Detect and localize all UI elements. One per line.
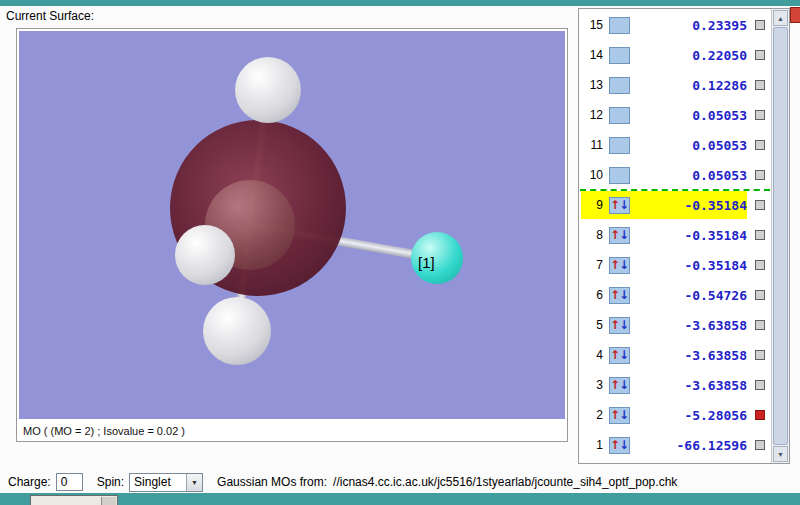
down-arrow-icon: ↓ xyxy=(619,289,629,301)
mo-energy-value: 0.22050 xyxy=(630,48,755,63)
mo-row-number: 10 xyxy=(584,168,603,182)
mo-row-number: 2 xyxy=(584,408,603,422)
virtual-orbital-icon[interactable] xyxy=(609,137,630,154)
mo-row-2[interactable]: 2↑↓-5.28056 xyxy=(580,400,770,430)
mo-select-checkbox[interactable] xyxy=(755,200,765,210)
mo-row-number: 4 xyxy=(584,348,603,362)
down-arrow-icon: ↓ xyxy=(619,349,629,361)
mo-list-panel: 150.23395140.22050130.12286120.05053110.… xyxy=(578,8,790,464)
occupied-orbital-icon[interactable]: ↑↓ xyxy=(609,317,630,334)
occupied-orbital-icon[interactable]: ↑↓ xyxy=(609,407,630,424)
virtual-orbital-icon[interactable] xyxy=(609,77,630,94)
mo-row-7[interactable]: 7↑↓-0.35184 xyxy=(580,250,770,280)
mo-list: 150.23395140.22050130.12286120.05053110.… xyxy=(580,10,770,462)
mo-row-number: 15 xyxy=(584,18,603,32)
arrow-up-icon: ▲ xyxy=(777,15,784,22)
mo-select-checkbox[interactable] xyxy=(755,320,765,330)
mo-row-number: 14 xyxy=(584,48,603,62)
spin-label: Spin: xyxy=(97,475,124,489)
occupied-orbital-icon[interactable]: ↑↓ xyxy=(609,347,630,364)
charge-input[interactable] xyxy=(56,473,83,491)
mo-select-checkbox[interactable] xyxy=(755,440,765,450)
mo-energy-value: 0.12286 xyxy=(630,78,755,93)
mo-row-15[interactable]: 150.23395 xyxy=(580,10,770,40)
desktop-background: Current Surface: [1] MO ( (MO = 2) ; Iso… xyxy=(0,0,800,505)
chevron-down-icon xyxy=(101,497,116,505)
occupied-orbital-icon[interactable]: ↑↓ xyxy=(609,197,630,214)
mo-row-number: 9 xyxy=(584,198,603,212)
molecule-3d-view[interactable]: [1] xyxy=(19,31,565,419)
mo-energy-value: -3.63858 xyxy=(630,378,755,393)
occupied-orbital-icon[interactable]: ↑↓ xyxy=(609,437,630,454)
mo-row-12[interactable]: 120.05053 xyxy=(580,100,770,130)
virtual-orbital-icon[interactable] xyxy=(609,47,630,64)
mo-row-number: 5 xyxy=(584,318,603,332)
mo-row-14[interactable]: 140.22050 xyxy=(580,40,770,70)
mo-row-5[interactable]: 5↑↓-3.63858 xyxy=(580,310,770,340)
scroll-up-button[interactable]: ▲ xyxy=(773,10,788,26)
occupied-orbital-icon[interactable]: ↑↓ xyxy=(609,257,630,274)
mo-row-3[interactable]: 3↑↓-3.63858 xyxy=(580,370,770,400)
down-arrow-icon: ↓ xyxy=(619,379,629,391)
mo-select-checkbox[interactable] xyxy=(755,80,765,90)
virtual-orbital-icon[interactable] xyxy=(609,17,630,34)
charge-label: Charge: xyxy=(8,475,51,489)
mo-energy-value: -3.63858 xyxy=(630,348,755,363)
mo-row-13[interactable]: 130.12286 xyxy=(580,70,770,100)
mo-select-checkbox[interactable] xyxy=(755,50,765,60)
mo-select-checkbox[interactable] xyxy=(755,380,765,390)
mo-select-checkbox[interactable] xyxy=(755,20,765,30)
chevron-down-icon[interactable]: ▼ xyxy=(186,474,202,491)
mo-row-8[interactable]: 8↑↓-0.35184 xyxy=(580,220,770,250)
down-arrow-icon: ↓ xyxy=(619,319,629,331)
virtual-orbital-icon[interactable] xyxy=(609,107,630,124)
mo-row-number: 8 xyxy=(584,228,603,242)
mo-row-1[interactable]: 1↑↓-66.12596 xyxy=(580,430,770,460)
mo-select-checkbox[interactable] xyxy=(755,350,765,360)
mo-energy-value: -5.28056 xyxy=(630,408,755,423)
occupied-orbital-icon[interactable]: ↑↓ xyxy=(609,287,630,304)
mo-row-number: 6 xyxy=(584,288,603,302)
source-path: //icnas4.cc.ic.ac.uk/jc5516/1styearlab/j… xyxy=(333,475,677,489)
occupied-orbital-icon[interactable]: ↑↓ xyxy=(609,377,630,394)
mo-select-checkbox[interactable] xyxy=(755,140,765,150)
mo-energy-value: -0.35184 xyxy=(630,258,755,273)
mo-row-9[interactable]: 9↑↓-0.35184 xyxy=(580,190,770,220)
mo-energy-value: -0.35184 xyxy=(630,198,755,213)
mo-select-checkbox[interactable] xyxy=(755,230,765,240)
scrollbar-thumb[interactable] xyxy=(773,27,788,445)
mo-row-number: 13 xyxy=(584,78,603,92)
mo-row-11[interactable]: 110.05053 xyxy=(580,130,770,160)
partial-combobox[interactable] xyxy=(30,495,118,505)
mo-row-number: 3 xyxy=(584,378,603,392)
mo-row-4[interactable]: 4↑↓-3.63858 xyxy=(580,340,770,370)
footer-bar: Charge: Spin: Singlet ▼ Gaussian MOs fro… xyxy=(0,472,677,492)
current-surface-label: Current Surface: xyxy=(6,9,94,23)
mo-row-number: 1 xyxy=(584,438,603,452)
mo-select-checkbox[interactable] xyxy=(755,260,765,270)
occupied-orbital-icon[interactable]: ↑↓ xyxy=(609,227,630,244)
mo-row-10[interactable]: 100.05053 xyxy=(580,160,770,190)
mo-energy-value: -3.63858 xyxy=(630,318,755,333)
hydrogen-atom-top[interactable] xyxy=(235,57,301,123)
spin-selected-value: Singlet xyxy=(130,475,186,489)
hydrogen-atom-left[interactable] xyxy=(175,225,235,285)
hydrogen-atom-bottom[interactable] xyxy=(203,297,271,365)
mo-energy-value: -66.12596 xyxy=(630,438,755,453)
mo-select-checkbox[interactable] xyxy=(755,290,765,300)
mo-list-scrollbar[interactable]: ▲ ▼ xyxy=(771,9,789,463)
mo-caption: MO ( (MO = 2) ; Isovalue = 0.02 ) xyxy=(23,425,185,437)
scroll-down-button[interactable]: ▼ xyxy=(773,446,788,462)
spin-select[interactable]: Singlet ▼ xyxy=(129,473,203,492)
mo-select-checkbox[interactable] xyxy=(755,170,765,180)
mo-select-checkbox[interactable] xyxy=(755,410,765,420)
close-button-partial[interactable] xyxy=(790,7,800,23)
down-arrow-icon: ↓ xyxy=(619,259,629,271)
virtual-orbital-icon[interactable] xyxy=(609,167,630,184)
atom-number-label: [1] xyxy=(418,254,435,271)
mo-row-number: 12 xyxy=(584,108,603,122)
mo-row-6[interactable]: 6↑↓-0.54726 xyxy=(580,280,770,310)
mo-select-checkbox[interactable] xyxy=(755,110,765,120)
mo-energy-value: 0.05053 xyxy=(630,108,755,123)
mo-row-number: 11 xyxy=(584,138,603,152)
